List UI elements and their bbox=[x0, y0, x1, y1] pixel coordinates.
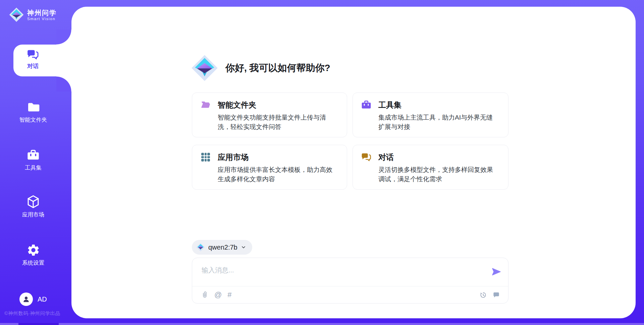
at-icon[interactable]: @ bbox=[214, 291, 222, 299]
card-smart-folder[interactable]: 智能文件夹 智能文件夹功能支持批量文件上传与清洗，轻松实现文件问答 bbox=[192, 92, 347, 137]
sidebar-item-settings[interactable]: 系统设置 bbox=[0, 243, 66, 267]
open-folder-icon bbox=[200, 100, 211, 110]
card-title: 工具集 bbox=[378, 100, 401, 110]
card-description: 集成市场上主流工具，助力AI与外界无缝扩展与对接 bbox=[378, 113, 498, 132]
sidebar-item-label: 工具集 bbox=[0, 164, 66, 172]
card-description: 灵活切换多模型文件，支持多样回复效果调试，满足个性化需求 bbox=[378, 165, 498, 184]
card-app-market[interactable]: 应用市场 应用市场提供丰富长文本模板，助力高效生成多样化文章内容 bbox=[192, 145, 347, 190]
card-description: 应用市场提供丰富长文本模板，助力高效生成多样化文章内容 bbox=[218, 165, 337, 184]
sidebar-item-smart-folder[interactable]: 智能文件夹 bbox=[0, 101, 66, 124]
brand-logo: 神州问学 Smart Vision bbox=[9, 7, 57, 22]
composer-tools: @ # bbox=[201, 286, 232, 303]
brand-text: 神州问学 Smart Vision bbox=[27, 9, 57, 21]
chat-bubble-icon[interactable] bbox=[492, 291, 500, 299]
brand-tagline: Smart Vision bbox=[27, 17, 57, 21]
avatar bbox=[19, 292, 33, 306]
card-head: 应用市场 bbox=[200, 152, 337, 162]
paperclip-icon[interactable] bbox=[201, 291, 209, 299]
tab-curve-top bbox=[56, 29, 71, 45]
sidebar-item-chat-inner: 对话 bbox=[13, 48, 52, 70]
card-chat[interactable]: 对话 灵活切换多模型文件，支持多样回复效果调试，满足个性化需求 bbox=[353, 145, 508, 190]
apps-grid-icon bbox=[200, 152, 211, 162]
card-head: 工具集 bbox=[361, 100, 498, 110]
sidebar-item-toolset[interactable]: 工具集 bbox=[0, 148, 66, 172]
chat-icon bbox=[13, 48, 52, 61]
scrollbar-thumb[interactable] bbox=[18, 323, 59, 325]
folder-icon bbox=[0, 101, 66, 114]
card-head: 智能文件夹 bbox=[200, 100, 337, 110]
greeting-title: 你好, 我可以如何帮助你? bbox=[225, 62, 330, 74]
gem-icon bbox=[191, 55, 218, 81]
card-toolset[interactable]: 工具集 集成市场上主流工具，助力AI与外界无缝扩展与对接 bbox=[353, 92, 508, 137]
person-icon bbox=[22, 295, 30, 303]
card-title: 对话 bbox=[378, 152, 394, 162]
user-name: AD bbox=[38, 296, 47, 303]
user-badge[interactable]: AD bbox=[19, 292, 47, 306]
card-title: 应用市场 bbox=[218, 152, 249, 162]
cube-icon bbox=[0, 195, 66, 209]
sidebar-item-label: 系统设置 bbox=[0, 259, 66, 267]
copyright-text: ©神州数码·神州问学出品 bbox=[4, 310, 60, 317]
tab-curve-bottom bbox=[56, 76, 71, 91]
app-root: 神州问学 Smart Vision 对话 智能文件夹 bbox=[0, 0, 644, 325]
model-selector[interactable]: qwen2:7b bbox=[192, 240, 252, 255]
sidebar-item-label: 应用市场 bbox=[0, 211, 66, 218]
chevron-down-icon bbox=[241, 245, 246, 250]
gem-icon bbox=[196, 243, 205, 252]
history-icon[interactable] bbox=[479, 291, 487, 299]
feature-cards: 智能文件夹 智能文件夹功能支持批量文件上传与清洗，轻松实现文件问答 工具集 集成… bbox=[192, 92, 508, 190]
gear-icon bbox=[0, 243, 66, 257]
message-composer: @ # bbox=[192, 258, 508, 304]
gem-icon bbox=[9, 7, 24, 22]
toolbox-icon bbox=[0, 148, 66, 162]
sidebar-item-app-market[interactable]: 应用市场 bbox=[0, 195, 66, 218]
composer-right-tools bbox=[479, 286, 500, 303]
chat-icon bbox=[361, 152, 372, 162]
sidebar-item-label: 对话 bbox=[13, 62, 52, 70]
message-input[interactable] bbox=[202, 263, 483, 277]
card-head: 对话 bbox=[361, 152, 498, 162]
model-name: qwen2:7b bbox=[208, 244, 237, 251]
send-icon[interactable] bbox=[491, 267, 501, 277]
card-description: 智能文件夹功能支持批量文件上传与清洗，轻松实现文件问答 bbox=[218, 113, 337, 132]
hash-icon[interactable]: # bbox=[227, 291, 231, 299]
composer-divider bbox=[192, 286, 508, 286]
toolbox-icon bbox=[361, 100, 372, 110]
horizontal-scrollbar[interactable] bbox=[0, 323, 644, 325]
brand-name: 神州问学 bbox=[27, 9, 57, 17]
card-title: 智能文件夹 bbox=[218, 100, 256, 110]
hero: 你好, 我可以如何帮助你? bbox=[191, 55, 330, 81]
sidebar-item-chat[interactable]: 对话 bbox=[13, 45, 72, 76]
sidebar-item-label: 智能文件夹 bbox=[0, 116, 66, 124]
